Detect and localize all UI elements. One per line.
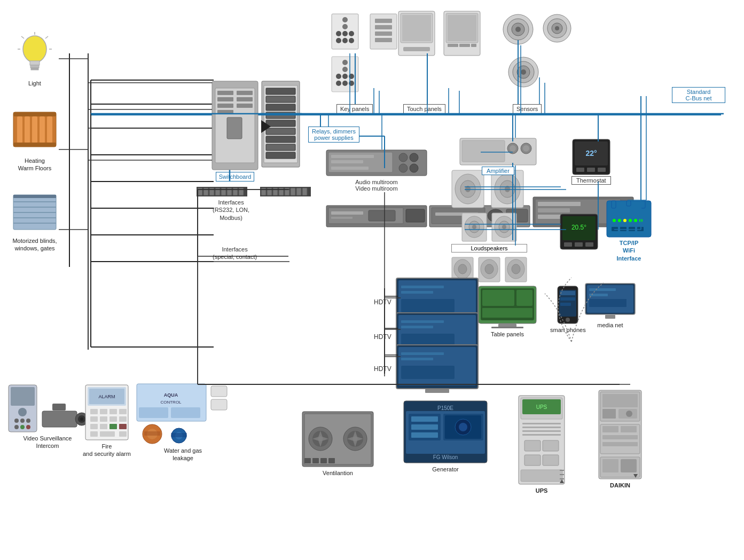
svg-rect-168 (331, 155, 374, 158)
svg-point-244 (623, 219, 626, 222)
svg-rect-293 (90, 416, 98, 422)
ups-device: UPS UPS (518, 395, 565, 494)
svg-rect-45 (31, 68, 38, 70)
heating-device: Heating Warm Floors (11, 107, 59, 172)
svg-point-149 (521, 69, 526, 75)
svg-rect-169 (331, 160, 363, 163)
svg-rect-251 (637, 227, 644, 231)
svg-rect-175 (331, 217, 353, 219)
svg-rect-103 (296, 188, 301, 195)
svg-rect-160 (587, 168, 595, 172)
svg-rect-54 (32, 116, 37, 143)
svg-rect-53 (25, 116, 30, 143)
svg-rect-85 (266, 144, 295, 151)
loudspeakers-area: Loudspeakers (451, 170, 527, 282)
svg-rect-100 (279, 188, 284, 195)
svg-rect-176 (369, 210, 395, 221)
svg-rect-235 (401, 358, 433, 360)
svg-rect-345 (522, 423, 561, 424)
flow-arrow (261, 120, 271, 133)
svg-rect-102 (291, 188, 295, 195)
svg-point-167 (410, 164, 418, 172)
svg-point-126 (342, 81, 348, 86)
svg-point-165 (399, 164, 408, 172)
svg-rect-95 (239, 188, 244, 195)
svg-rect-115 (375, 19, 392, 23)
interfaces-rs-label: Interfaces (RS232, LON, Modbus) (213, 199, 249, 222)
svg-rect-72 (217, 110, 233, 114)
svg-point-110 (349, 31, 354, 36)
svg-point-122 (336, 74, 341, 79)
blinds-device: Motorized blinds, windows, gates (11, 192, 59, 253)
interfaces-special-label: Interfaces (special, contact) (213, 246, 257, 261)
svg-rect-234 (401, 352, 444, 355)
svg-rect-81 (266, 112, 295, 119)
svg-rect-94 (233, 188, 238, 195)
svg-rect-250 (629, 227, 635, 231)
svg-rect-307 (139, 407, 168, 418)
key-panels-lower (331, 56, 359, 92)
svg-point-206 (458, 264, 467, 274)
svg-point-154 (510, 145, 516, 152)
video-surveillance-device: Video Surveillance Intercom (8, 384, 87, 450)
svg-point-246 (634, 219, 637, 222)
svg-rect-185 (538, 208, 570, 212)
svg-rect-326 (312, 458, 319, 463)
svg-point-275 (20, 419, 25, 423)
generator-device: FG Wilson P150E Generator (403, 400, 488, 473)
svg-point-106 (342, 17, 348, 22)
svg-point-108 (336, 31, 341, 36)
svg-rect-91 (215, 188, 220, 195)
svg-point-112 (342, 38, 348, 43)
wifi-arcs (518, 262, 625, 347)
svg-point-191 (465, 186, 471, 192)
svg-rect-334 (411, 424, 438, 430)
svg-rect-84 (266, 136, 295, 143)
sensors-label: Sensors (513, 104, 542, 114)
svg-rect-300 (119, 424, 127, 429)
svg-rect-353 (521, 470, 562, 482)
svg-line-47 (45, 36, 48, 38)
svg-point-123 (342, 74, 348, 79)
svg-rect-228 (401, 320, 444, 323)
key-panels-label: Key panels (336, 104, 373, 114)
svg-rect-284 (52, 404, 66, 411)
svg-rect-104 (302, 188, 307, 195)
svg-rect-301 (90, 431, 98, 437)
touch-panels-label: Touch panels (403, 104, 445, 114)
diagram-container: Light Heating Warm Floors (0, 0, 744, 560)
heating-icon (11, 107, 59, 155)
svg-text:CONTROL: CONTROL (160, 400, 182, 405)
svg-rect-289 (90, 409, 98, 414)
svg-rect-79 (266, 96, 295, 102)
svg-rect-159 (576, 168, 584, 172)
svg-point-121 (342, 67, 348, 72)
svg-point-111 (336, 38, 341, 43)
svg-point-42 (23, 36, 46, 62)
svg-point-125 (336, 81, 341, 86)
svg-point-273 (18, 408, 27, 416)
touch-panels-area (398, 11, 481, 56)
svg-rect-92 (221, 188, 226, 195)
svg-rect-90 (209, 188, 214, 195)
svg-rect-309 (211, 386, 227, 397)
svg-rect-116 (375, 25, 392, 29)
svg-point-145 (555, 26, 559, 30)
svg-rect-297 (90, 424, 98, 429)
thermostat-device: 22° Thermostat (571, 139, 611, 185)
svg-rect-238 (612, 201, 616, 208)
hdtv3-device: HDTV (374, 344, 479, 393)
blinds-label: Motorized blinds, windows, gates (12, 237, 57, 253)
terminal-strip-top2 (260, 187, 311, 198)
svg-rect-98 (267, 188, 272, 195)
svg-rect-354 (560, 470, 564, 471)
svg-point-209 (485, 264, 494, 274)
svg-text:ALARM: ALARM (98, 394, 115, 399)
svg-rect-43 (30, 61, 40, 65)
svg-rect-218 (585, 242, 593, 247)
svg-point-245 (629, 219, 632, 222)
svg-line-48 (21, 36, 24, 38)
svg-rect-280 (42, 411, 77, 427)
svg-point-166 (410, 153, 418, 162)
svg-rect-347 (522, 430, 561, 432)
